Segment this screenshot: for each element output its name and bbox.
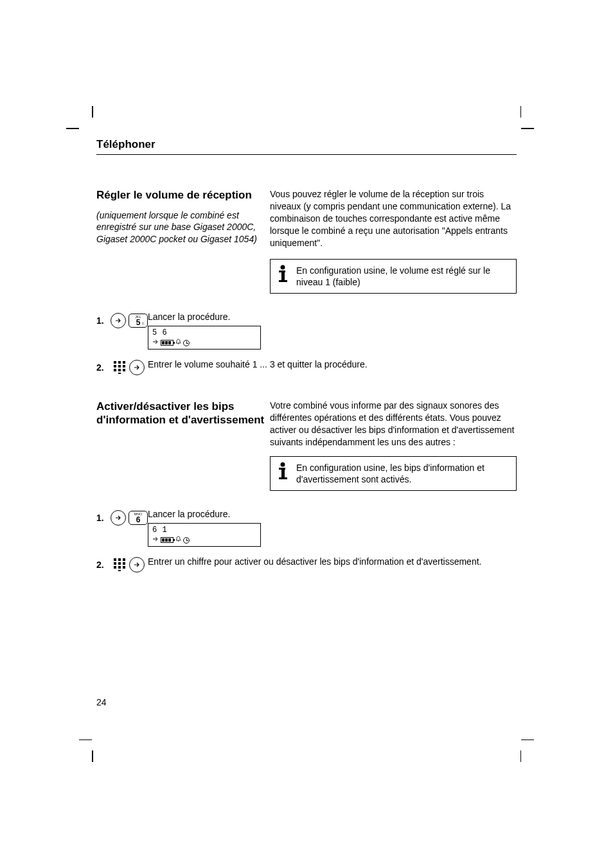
svg-rect-24 [118,562,121,565]
note1-text: En configuration usine, le volume est ré… [296,265,510,288]
svg-rect-14 [118,373,121,374]
lcd-arrow-icon [152,338,159,348]
step-number: 2. [96,359,111,373]
svg-rect-7 [123,361,125,364]
info-icon [276,462,290,480]
svg-rect-27 [118,566,121,569]
svg-rect-6 [118,361,121,364]
step-number: 2. [96,556,111,570]
step2-text: Entrer un chiffre pour activer ou désact… [148,556,517,568]
step1-text: Lancer la procédure. [148,312,517,322]
step-number: 1. [96,509,111,523]
svg-rect-9 [118,365,121,368]
svg-point-0 [281,265,285,269]
keypad-5-icon: JKL 5 ☼ [129,314,148,328]
header: Téléphoner [96,138,517,155]
svg-rect-25 [123,562,125,565]
svg-rect-20 [114,558,116,561]
note2-text: En configuration usine, les bips d'infor… [296,462,510,485]
svg-rect-12 [118,369,121,371]
lcd-arrow-icon [152,535,159,545]
section1-heading: Régler le volume de réception [96,188,270,202]
section2-step1: 1. MNO 6 Lancer la procédure. 6 1 [96,509,517,547]
section2-heading: Activer/désactiver les bips d'informatio… [96,400,270,427]
svg-point-15 [281,462,285,466]
info-icon [276,265,290,283]
svg-rect-23 [114,562,116,565]
section2-intro: Votre combiné vous informe par des signa… [270,400,517,448]
clock-icon [183,537,190,544]
svg-rect-28 [123,566,125,569]
battery-icon [161,537,173,543]
keypad-6-icon: MNO 6 [129,511,148,525]
crop-mark-bottom-left [80,751,93,763]
section2-step2: 2. Entrer un chiffre pour activer ou dés… [96,556,517,572]
section-volume: Régler le volume de réception (uniquemen… [96,188,517,375]
svg-rect-2 [281,270,285,280]
svg-rect-8 [114,365,116,368]
crop-mark-top-left [80,106,82,118]
page-number: 24 [96,697,107,707]
bell-icon [175,338,181,348]
arrow-right-button-icon [111,510,126,526]
step2-text: Entrer le volume souhaité 1 ... 3 et qui… [148,359,517,371]
svg-rect-29 [118,570,121,571]
svg-rect-3 [279,280,287,282]
note-box-1: En configuration usine, le volume est ré… [270,259,517,294]
lcd-line2 [152,338,256,348]
svg-rect-18 [279,477,287,479]
section1-step1: 1. JKL 5 ☼ Lancer la procédure. 5 6 [96,312,517,350]
svg-point-19 [178,540,179,542]
battery-icon [161,340,173,346]
svg-rect-21 [118,558,121,561]
crop-mark-top-right [520,106,533,118]
crop-mark-bottom-right [520,751,533,763]
section1-intro: Vous pouvez régler le volume de la récep… [270,188,517,249]
clock-icon [183,340,190,346]
keypad-grid-icon [114,558,125,571]
step1-text: Lancer la procédure. [148,509,517,519]
section-beeps: Activer/désactiver les bips d'informatio… [96,400,517,572]
step-number: 1. [96,312,111,326]
page-content: Téléphoner Régler le volume de réception… [96,138,517,597]
svg-point-4 [178,343,179,344]
svg-rect-11 [114,369,116,371]
note-box-2: En configuration usine, les bips d'infor… [270,456,517,491]
bell-icon [175,535,181,545]
svg-rect-10 [123,365,125,368]
lcd-line1: 6 1 [152,526,256,535]
svg-rect-5 [114,361,116,364]
arrow-right-button-icon [129,557,145,572]
arrow-right-button-icon [111,313,126,328]
lcd-line2 [152,535,256,545]
lcd-display-2: 6 1 [148,523,261,547]
svg-rect-26 [114,566,116,569]
section1-sub: (uniquement lorsque le combiné est enreg… [96,209,270,245]
section1-step2: 2. Entrer le volume souhaité 1 ... 3 et … [96,359,517,375]
header-title: Téléphoner [96,138,155,150]
arrow-right-button-icon [129,360,145,375]
keypad-grid-icon [114,361,125,374]
lcd-display-1: 5 6 [148,326,261,350]
svg-rect-22 [123,558,125,561]
lcd-line1: 5 6 [152,328,256,338]
svg-rect-17 [281,468,285,477]
svg-rect-13 [123,369,125,371]
